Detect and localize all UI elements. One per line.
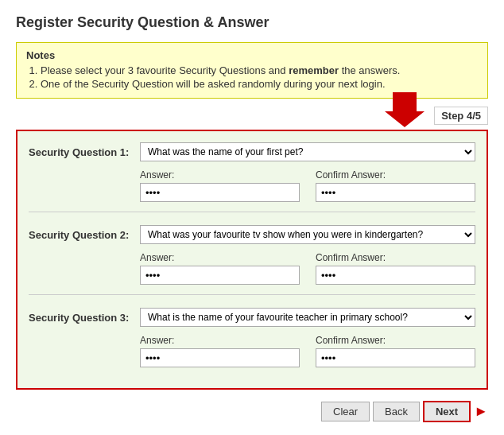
confirm-col-3: Confirm Answer: (316, 335, 475, 367)
notes-list: Please select your 3 favourite Security … (41, 64, 478, 90)
notes-item-1: Please select your 3 favourite Security … (41, 64, 478, 76)
clear-button[interactable]: Clear (321, 402, 370, 421)
question-row-2: Security Question 2: What was your favou… (29, 225, 475, 244)
question-select-2[interactable]: What was your favourite tv show when you… (140, 225, 475, 244)
notes-title: Notes (26, 49, 478, 61)
confirm-label-2: Confirm Answer: (316, 252, 475, 263)
confirm-input-1[interactable] (316, 183, 475, 202)
answer-input-1[interactable] (140, 183, 300, 202)
answer-col-1: Answer: (140, 169, 300, 202)
answer-label-1: Answer: (140, 169, 300, 181)
question-row-3: Security Question 3: What is the name of… (29, 308, 475, 327)
main-form: Security Question 1: What was the name o… (16, 130, 488, 390)
answer-input-3[interactable] (140, 348, 300, 367)
question-row-1: Security Question 1: What was the name o… (29, 142, 475, 161)
question-select-3[interactable]: What is the name of your favourite teach… (140, 308, 475, 327)
answer-row-1: Answer: Confirm Answer: (140, 169, 475, 202)
notes-item-2: One of the Security Question will be ask… (41, 78, 478, 90)
answer-col-2: Answer: (140, 252, 300, 285)
answer-label-2: Answer: (140, 252, 300, 263)
confirm-input-2[interactable] (316, 266, 475, 285)
question-block-2: Security Question 2: What was your favou… (29, 225, 475, 295)
back-button[interactable]: Back (373, 402, 420, 421)
confirm-col-1: Confirm Answer: (316, 169, 475, 202)
step-label: Step 4/5 (434, 107, 488, 125)
question-block-1: Security Question 1: What was the name o… (29, 142, 475, 212)
confirm-col-2: Confirm Answer: (316, 252, 475, 285)
answer-row-3: Answer: Confirm Answer: (140, 335, 475, 367)
question-label-3: Security Question 3: (29, 312, 140, 324)
arrow-down-icon (385, 92, 425, 130)
answer-row-2: Answer: Confirm Answer: (140, 252, 475, 285)
answer-label-3: Answer: (140, 335, 300, 346)
next-arrow-icon: ► (474, 403, 488, 420)
next-button[interactable]: Next (423, 401, 471, 422)
question-block-3: Security Question 3: What is the name of… (29, 308, 475, 377)
page-title: Register Security Question & Answer (16, 14, 488, 31)
button-row: Clear Back Next ► (16, 401, 488, 422)
question-label-2: Security Question 2: (29, 229, 140, 241)
confirm-label-3: Confirm Answer: (316, 335, 475, 346)
notes-box: Notes Please select your 3 favourite Sec… (16, 42, 488, 99)
question-select-1[interactable]: What was the name of your first pet? Wha… (140, 142, 475, 161)
svg-marker-0 (385, 92, 425, 127)
answer-input-2[interactable] (140, 266, 300, 285)
step-row: Step 4/5 (16, 107, 488, 125)
answer-col-3: Answer: (140, 335, 300, 367)
confirm-input-3[interactable] (316, 348, 475, 367)
confirm-label-1: Confirm Answer: (316, 169, 475, 181)
question-label-1: Security Question 1: (29, 146, 140, 158)
next-wrapper: Next ► (423, 401, 488, 422)
